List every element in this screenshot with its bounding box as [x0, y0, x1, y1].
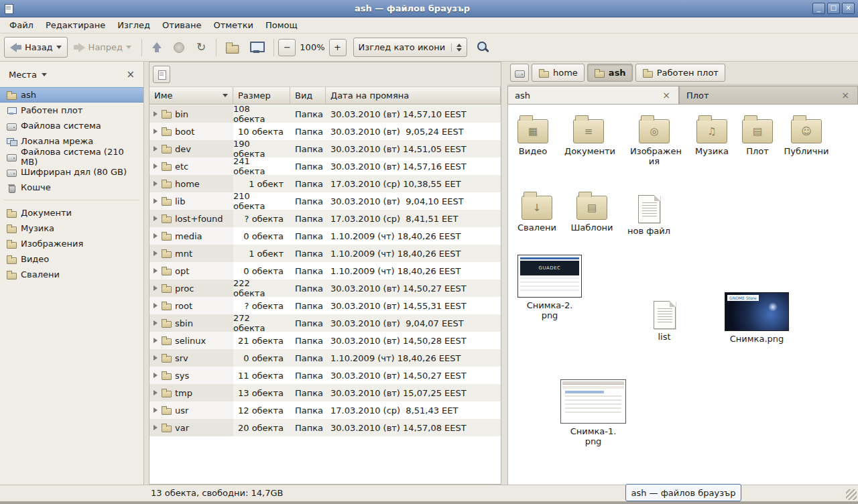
sidebar-title-button[interactable]: Места: [6, 68, 50, 82]
breadcrumb-3[interactable]: Работен плот: [635, 64, 725, 82]
menu-item-4[interactable]: Отметки: [207, 18, 259, 32]
tree-row[interactable]: srv0 обектаПапка1.10.2009 (чт) 18,40,26 …: [149, 349, 501, 367]
view-mode-select[interactable]: Изглед като икони: [353, 38, 468, 57]
expander-icon[interactable]: [154, 164, 158, 169]
tree-row[interactable]: boot10 обектаПапка30.03.2010 (вт) 9,05,2…: [149, 123, 501, 140]
icon-item-7[interactable]: ▤Шаблони: [568, 190, 616, 233]
expander-icon[interactable]: [154, 425, 158, 430]
minimize-button[interactable]: _: [812, 3, 825, 14]
menu-item-1[interactable]: Редактиране: [40, 18, 111, 32]
expander-icon[interactable]: [154, 407, 158, 413]
breadcrumb-1[interactable]: home: [532, 64, 585, 82]
tree-row[interactable]: etc241 обектаПапка30.03.2010 (вт) 14,57,…: [149, 158, 501, 175]
back-button[interactable]: Назад: [4, 37, 68, 58]
computer-button[interactable]: [243, 37, 269, 58]
icon-item-3[interactable]: ♫Музика: [688, 114, 736, 156]
expander-icon[interactable]: [154, 111, 158, 117]
breadcrumb-0[interactable]: [510, 64, 529, 82]
menu-item-5[interactable]: Помощ: [259, 18, 304, 32]
expander-icon[interactable]: [154, 303, 158, 308]
icon-item-11[interactable]: GNOME StoreСнимка.png: [724, 292, 790, 344]
folder-icon: [161, 265, 172, 276]
tree-row[interactable]: proc222 обектаПапка30.03.2010 (вт) 14,50…: [149, 279, 501, 297]
column-header-1[interactable]: Размер: [233, 87, 290, 104]
sidebar-item-10[interactable]: Изображения: [0, 236, 143, 251]
icon-item-6[interactable]: ↓Свалени: [513, 190, 561, 233]
tree-row[interactable]: var20 обектаПапка30.03.2010 (вт) 14,57,0…: [149, 419, 501, 436]
tree-row[interactable]: dev190 обектаПапка30.03.2010 (вт) 14,51,…: [149, 140, 501, 158]
icon-item-8[interactable]: нов файл: [625, 192, 673, 236]
expander-icon[interactable]: [154, 268, 158, 273]
close-button[interactable]: ×: [842, 3, 855, 14]
resize-grip[interactable]: [846, 489, 857, 500]
tab-1[interactable]: Плот×: [679, 86, 858, 104]
tree-row[interactable]: lib210 обектаПапка30.03.2010 (вт) 9,04,1…: [149, 192, 501, 210]
tab-close-icon[interactable]: ×: [661, 90, 672, 100]
icon-item-1[interactable]: ≡Документи: [564, 114, 613, 156]
column-header-3[interactable]: Дата на промяна: [326, 87, 501, 104]
tree-row[interactable]: sbin272 обектаПапка30.03.2010 (вт) 9,04,…: [149, 314, 501, 332]
menu-item-2[interactable]: Изглед: [111, 18, 156, 32]
tree-row[interactable]: root? обектаПапка30.03.2010 (вт) 14,55,3…: [149, 297, 501, 314]
column-header-0[interactable]: Име: [149, 87, 233, 104]
tree-cell-name: lost+found: [149, 210, 233, 227]
location-root-button[interactable]: [153, 66, 170, 83]
forward-button[interactable]: Напред: [68, 37, 137, 58]
zoom-in-button[interactable]: +: [329, 39, 347, 56]
expander-icon[interactable]: [154, 181, 158, 186]
menu-item-3[interactable]: Отиване: [156, 18, 207, 32]
sidebar-item-11[interactable]: Видео: [0, 251, 143, 267]
expander-icon[interactable]: [154, 251, 158, 256]
maximize-button[interactable]: □: [827, 3, 840, 14]
tree-row[interactable]: sys11 обектаПапка30.03.2010 (вт) 14,50,2…: [149, 367, 501, 384]
icon-item-10[interactable]: list: [640, 298, 688, 342]
tree-row[interactable]: selinux21 обектаПапка30.03.2010 (вт) 14,…: [149, 332, 501, 349]
sidebar-item-6[interactable]: Кошче: [0, 180, 143, 195]
icon-item-9[interactable]: GUADECСнимка-2. png: [517, 255, 583, 320]
sidebar-item-1[interactable]: Работен плот: [0, 103, 143, 118]
tree-row[interactable]: mnt1 обектПапка1.10.2009 (чт) 18,40,26 E…: [149, 245, 501, 262]
column-header-2[interactable]: Вид: [290, 87, 326, 104]
tree-row[interactable]: bin108 обектаПапка30.03.2010 (вт) 14,57,…: [149, 105, 501, 123]
expander-icon[interactable]: [154, 198, 158, 204]
icon-item-0[interactable]: ▦Видео: [509, 114, 557, 156]
expander-icon[interactable]: [154, 146, 158, 151]
tab-0[interactable]: ash×: [507, 86, 679, 104]
icon-item-2[interactable]: ◎Изображен ия: [630, 114, 678, 166]
sidebar-item-12[interactable]: Свалени: [0, 267, 143, 282]
expander-icon[interactable]: [154, 390, 158, 395]
sidebar-item-9[interactable]: Музика: [0, 220, 143, 236]
icon-item-4[interactable]: ▤Плот: [733, 114, 782, 156]
home-button[interactable]: [221, 37, 243, 58]
expander-icon[interactable]: [154, 338, 158, 343]
icon-item-12[interactable]: Снимка-1. png: [560, 379, 627, 446]
tree-row[interactable]: opt0 обектаПапка1.10.2009 (чт) 18,40,26 …: [149, 262, 501, 279]
expander-icon[interactable]: [154, 216, 158, 221]
sidebar-item-8[interactable]: Документи: [0, 205, 143, 220]
tree-row[interactable]: media0 обектаПапка1.10.2009 (чт) 18,40,2…: [149, 227, 501, 245]
zoom-out-button[interactable]: −: [278, 39, 296, 56]
up-button[interactable]: [146, 37, 168, 58]
sidebar-item-0[interactable]: ash: [0, 87, 143, 103]
expander-icon[interactable]: [154, 286, 158, 291]
tree-row[interactable]: tmp13 обектаПапка30.03.2010 (вт) 15,07,2…: [149, 384, 501, 401]
expander-icon[interactable]: [154, 233, 158, 239]
breadcrumb-2[interactable]: ash: [587, 64, 633, 82]
tab-close-icon[interactable]: ×: [840, 90, 851, 100]
search-button[interactable]: [477, 41, 489, 54]
tree-row[interactable]: lost+found? обектаПапка17.03.2010 (ср) 8…: [149, 210, 501, 227]
tree-row[interactable]: home1 обектПапка17.03.2010 (ср) 10,38,55…: [149, 175, 501, 192]
expander-icon[interactable]: [154, 129, 158, 134]
reload-button[interactable]: ↻: [190, 37, 212, 58]
sidebar-item-4[interactable]: Файлова система (210 MB): [0, 149, 143, 164]
expander-icon[interactable]: [154, 355, 158, 361]
icon-item-5[interactable]: ☺Публични: [782, 114, 831, 156]
sidebar-close-button[interactable]: ×: [123, 68, 137, 80]
stop-button[interactable]: [168, 37, 190, 58]
expander-icon[interactable]: [154, 320, 158, 326]
sidebar-item-2[interactable]: Файлова система: [0, 118, 143, 133]
sidebar-item-5[interactable]: Шифриран дял (80 GB): [0, 164, 143, 180]
expander-icon[interactable]: [154, 373, 158, 378]
tree-row[interactable]: usr12 обектаПапка17.03.2010 (ср) 8,51,43…: [149, 401, 501, 419]
menu-item-0[interactable]: Файл: [3, 18, 40, 32]
